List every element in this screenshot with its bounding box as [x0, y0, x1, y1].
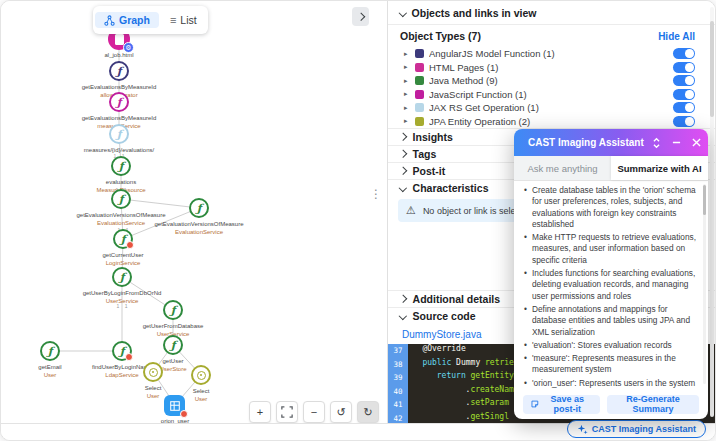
graph-node-jaxrs[interactable]: ƒ: [109, 124, 129, 144]
expand-icon[interactable]: [650, 136, 664, 150]
node-class-label: LoginService: [106, 260, 141, 266]
regenerate-summary-button[interactable]: Re-Generate Summary: [607, 395, 699, 414]
objects-links-section-header[interactable]: Objects and links in view: [388, 1, 715, 25]
section-title: Post-it: [413, 165, 446, 177]
scrollbar-thumb[interactable]: [703, 185, 706, 215]
line-number: 39: [388, 371, 408, 385]
node-label: getCurrentUser: [102, 252, 143, 258]
tab-summarize-with-ai[interactable]: Summarize with AI: [611, 156, 708, 180]
graph-node-angular[interactable]: ƒ: [109, 61, 129, 81]
graph-view-button[interactable]: Graph: [95, 12, 159, 28]
source-code-title: Source code: [413, 310, 476, 322]
characteristics-title: Characteristics: [413, 182, 489, 194]
visibility-toggle[interactable]: [673, 89, 695, 100]
object-type-row[interactable]: ▸AngularJS Model Function (1): [388, 47, 715, 61]
graph-icon: [104, 15, 115, 26]
object-type-row[interactable]: ▸HTML Pages (1): [388, 61, 715, 75]
assistant-fab-button[interactable]: CAST Imaging Assistant: [567, 420, 706, 438]
line-number: 38: [388, 358, 408, 372]
chevron-down-icon: [399, 9, 407, 17]
hide-all-link[interactable]: Hide All: [658, 31, 695, 42]
scrollbar-thumb[interactable]: [710, 21, 714, 117]
fit-view-button[interactable]: [276, 401, 298, 423]
alert-badge-icon: [180, 410, 188, 418]
alert-badge-icon: [126, 241, 134, 249]
assistant-footer: Save as post-it Re-Generate Summary: [514, 389, 708, 419]
graph-canvas[interactable]: 1 11 11 11 1⚙al_job.htmlƒgetEvaluationsB…: [1, 1, 387, 426]
node-label: getEvaluationVersionsOfMeasure: [76, 212, 165, 218]
chevron-down-icon: [399, 184, 407, 192]
tab-ask-me-anything[interactable]: Ask me anything: [514, 156, 611, 180]
object-type-label: AngularJS Model Function (1): [429, 48, 668, 59]
expand-arrow-icon: ▸: [404, 90, 410, 98]
chevron-right-icon: [399, 150, 407, 158]
graph-nodes-layer: 1 11 11 11 1⚙al_job.htmlƒgetEvaluationsB…: [1, 1, 387, 426]
object-type-row[interactable]: ▸JavaScript Function (1): [388, 88, 715, 102]
summary-bullet: Includes functions for searching evaluat…: [532, 268, 698, 302]
expand-arrow-icon: ▸: [404, 77, 410, 85]
object-type-row[interactable]: ▸JPA Entity Operation (2): [388, 115, 715, 129]
object-type-label: Java Method (9): [429, 75, 668, 86]
save-as-postit-button[interactable]: Save as post-it: [523, 395, 600, 414]
function-icon: ƒ: [119, 161, 124, 172]
graph-node-table[interactable]: [164, 395, 185, 416]
node-label: Select: [145, 385, 162, 391]
zoom-in-button[interactable]: +: [249, 401, 271, 423]
visibility-toggle[interactable]: [673, 116, 695, 127]
graph-node-java[interactable]: ƒ: [111, 189, 131, 209]
function-icon: ƒ: [117, 97, 122, 108]
graph-node-jsfn[interactable]: ƒ: [109, 92, 129, 112]
postit-icon: [531, 399, 539, 409]
zoom-out-button[interactable]: −: [303, 401, 325, 423]
summary-bullet: Define annotations and mappings for data…: [532, 304, 698, 338]
object-types-header: Object Types (7) Hide All: [388, 25, 715, 47]
visibility-toggle[interactable]: [673, 75, 695, 86]
assistant-panel: CAST Imaging Assistant Ask me anything S…: [514, 129, 708, 419]
visibility-toggle[interactable]: [673, 48, 695, 59]
graph-node-jpa[interactable]: [191, 365, 211, 385]
visibility-toggle[interactable]: [673, 62, 695, 73]
line-number: 41: [388, 398, 408, 412]
collapse-panel-button[interactable]: [352, 7, 369, 26]
undo-button[interactable]: ↺: [330, 401, 352, 423]
graph-view-label: Graph: [119, 14, 150, 26]
graph-node-java[interactable]: ƒ: [163, 335, 183, 355]
function-icon: ƒ: [117, 129, 122, 140]
assistant-scrollbar[interactable]: [703, 184, 706, 384]
object-type-row[interactable]: ▸JAX RS Get Operation (1): [388, 101, 715, 115]
objects-links-title: Objects and links in view: [412, 7, 537, 19]
graph-node-jpa[interactable]: [143, 362, 163, 382]
object-type-label: JAX RS Get Operation (1): [429, 102, 668, 113]
minimize-icon[interactable]: [670, 136, 684, 150]
summary-bullet: 'orion_user': Represents users in the sy…: [532, 378, 698, 389]
graph-node-java[interactable]: ƒ: [112, 341, 132, 361]
line-number: 40: [388, 385, 408, 399]
assistant-summary-content[interactable]: Create database tables in the 'orion' sc…: [514, 181, 708, 389]
visibility-toggle[interactable]: [673, 102, 695, 113]
regenerate-summary-label: Re-Generate Summary: [615, 394, 691, 414]
list-view-label: List: [180, 14, 196, 26]
assistant-header[interactable]: CAST Imaging Assistant: [514, 129, 708, 156]
function-icon: ƒ: [120, 272, 125, 283]
graph-node-java[interactable]: ƒ: [111, 156, 131, 176]
node-class-label: UserService: [106, 298, 139, 304]
graph-node-java[interactable]: ƒ: [163, 300, 183, 320]
graph-node-java[interactable]: ƒ: [40, 341, 60, 361]
node-label: al_job.html: [104, 52, 133, 58]
panel-scrollbar[interactable]: [710, 7, 714, 417]
node-label: getEvaluationsByMeasureId: [82, 115, 157, 121]
database-table-icon: [169, 400, 181, 412]
chevron-down-icon: [399, 312, 407, 320]
object-type-label: JavaScript Function (1): [429, 89, 668, 100]
graph-node-java[interactable]: ƒ: [189, 198, 209, 218]
close-icon[interactable]: [690, 136, 704, 150]
object-type-row[interactable]: ▸Java Method (9): [388, 74, 715, 88]
redo-button[interactable]: ↻: [357, 401, 379, 423]
list-icon: ≡: [170, 15, 176, 26]
list-view-button[interactable]: ≡ List: [161, 12, 206, 28]
graph-node-java[interactable]: ƒ: [113, 229, 133, 249]
graph-node-java[interactable]: ƒ: [112, 267, 132, 287]
panel-resize-handle[interactable]: ⋮: [370, 187, 381, 201]
object-type-list: ▸AngularJS Model Function (1)▸HTML Pages…: [388, 47, 715, 128]
expand-arrow-icon: ▸: [404, 50, 410, 58]
